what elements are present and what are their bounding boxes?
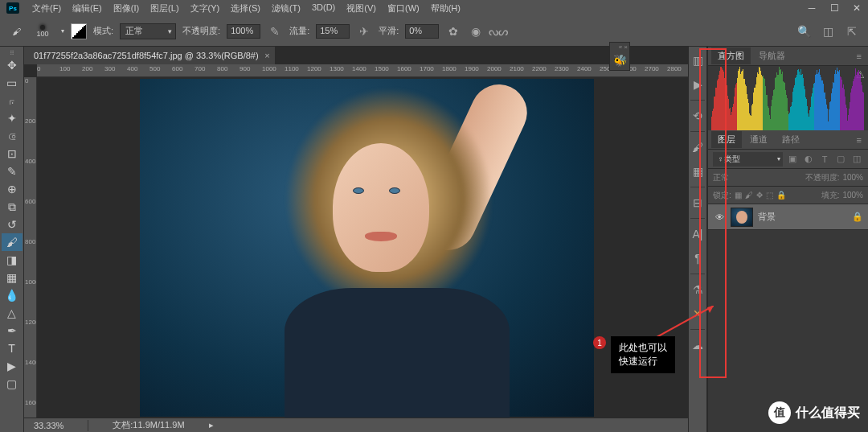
dodge-tool[interactable]: △ [2,304,23,322]
type-tool[interactable]: T [2,339,23,357]
panel-icon-paragraph[interactable]: ¶ [690,249,706,267]
lock-pos-icon[interactable]: ✥ [756,191,763,200]
status-chevron-icon[interactable]: ▸ [209,420,214,430]
layer-thumbnail[interactable] [731,208,753,227]
layer-blend-mode[interactable]: 正常 [713,172,729,183]
panel-icon-libraries[interactable]: ☁ [690,336,706,354]
filter-adjust-icon[interactable]: ◐ [802,153,815,166]
lasso-tool[interactable]: ⟔ [2,92,23,109]
doc-info[interactable]: 文档:11.9M/11.9M [113,419,184,431]
ruler-horizontal[interactable]: 0100200300400500600700800900100011001200… [37,64,688,77]
layer-row[interactable]: 👁 背景 🔒 [708,204,868,230]
path-select-tool[interactable]: ▶ [2,357,23,375]
healing-tool[interactable]: ⊕ [2,180,23,198]
panel-icon-brush[interactable]: 🖌 [690,138,706,156]
workspace-icon[interactable]: ◫ [820,23,836,39]
tab-layers[interactable]: 图层 [711,131,742,148]
canvas-viewport[interactable] [37,77,688,418]
filter-smart-icon[interactable]: ◫ [850,153,863,166]
search-icon[interactable]: 🔍 [796,23,812,39]
panel-menu-icon[interactable]: ≡ [854,51,865,61]
brush-preset-picker[interactable]: 100 [31,19,55,43]
layer-name[interactable]: 背景 [758,211,776,223]
toolbox-grip[interactable]: ⠿ [10,50,14,56]
document-tab[interactable]: 01f77255f2a3a86ac7251df8f54fc7.jpg @ 33.… [24,47,275,64]
menu-edit[interactable]: 编辑(E) [68,1,107,16]
symmetry-icon[interactable]: ᔓᔕ [490,23,506,39]
frame-tool[interactable]: ⊡ [2,145,23,163]
brush-panel-toggle[interactable]: ▾ [61,27,64,35]
blur-tool[interactable]: 💧 [2,286,23,304]
history-brush-tool[interactable]: ↺ [2,216,23,233]
smoothing-input[interactable]: 0% [405,24,439,39]
menu-3d[interactable]: 3D(D) [307,1,340,16]
menu-view[interactable]: 视图(V) [342,1,381,16]
zoom-level[interactable]: 33.33% [34,421,63,430]
airbrush-icon[interactable]: ✈ [356,23,372,39]
lock-paint-icon[interactable]: 🖌 [745,191,753,200]
mini-panel-collapse-icon[interactable]: « × [610,43,629,51]
share-icon[interactable]: ⇱ [844,23,860,39]
menu-image[interactable]: 图像(I) [108,1,144,16]
ruler-vertical[interactable]: 02004006008001000120014001600 [24,77,37,418]
tab-histogram[interactable]: 直方图 [711,47,751,64]
brush-tool[interactable]: 🖌 [2,233,23,251]
crop-tool[interactable]: ⟃ [2,127,23,145]
menu-select[interactable]: 选择(S) [226,1,265,16]
opacity-label: 不透明度: [182,25,220,37]
close-button[interactable]: ✕ [845,0,868,16]
panel-icon-adjust[interactable]: ⊟ [690,194,706,212]
pen-tool[interactable]: ✒ [2,322,23,339]
tab-channels[interactable]: 通道 [743,131,774,148]
lock-all-icon[interactable]: 🔒 [776,191,786,200]
tab-paths[interactable]: 路径 [776,131,806,148]
lock-artboard-icon[interactable]: ⬚ [766,191,773,200]
photo-canvas [140,79,594,417]
brush-settings-icon[interactable] [71,23,87,39]
floating-mini-panel[interactable]: « × 🐝 [609,42,630,71]
tab-close-icon[interactable]: × [264,51,269,60]
fill-value[interactable]: 100% [842,191,863,200]
flow-input[interactable]: 15% [316,24,350,39]
panel-icon-swatch[interactable]: ▦ [690,163,706,180]
quick-select-tool[interactable]: ✦ [2,109,23,127]
gradient-tool[interactable]: ▦ [2,269,23,286]
menu-type[interactable]: 文字(Y) [186,1,225,16]
layer-filter-dropdown[interactable]: ♀类型 [713,152,783,167]
menu-help[interactable]: 帮助(H) [426,1,465,16]
panel-icon-typekit[interactable]: A| [690,225,706,243]
shape-tool[interactable]: ▢ [2,375,23,393]
menu-filter[interactable]: 滤镜(T) [267,1,305,16]
mode-label: 模式: [93,25,113,37]
layer-opacity-value[interactable]: 100% [842,173,863,182]
panel-icon-history[interactable]: ⟲ [690,107,706,125]
panel-icon-presets[interactable]: ▥ [690,51,706,69]
opacity-input[interactable]: 100% [227,24,260,39]
panel-icon-plugin2[interactable]: ✕ [690,305,706,323]
eyedropper-tool[interactable]: ✎ [2,163,23,180]
clone-tool[interactable]: ⧉ [2,198,23,216]
filter-pixel-icon[interactable]: ▣ [786,153,799,166]
panel-icon-plugin1[interactable]: ⚗ [690,281,706,298]
tab-navigator[interactable]: 导航器 [752,47,792,64]
eraser-tool[interactable]: ◨ [2,251,23,269]
filter-type-icon[interactable]: T [818,153,831,166]
blend-mode-dropdown[interactable]: 正常 [120,23,176,39]
smoothing-options-icon[interactable]: ✿ [445,23,461,39]
marquee-tool[interactable]: ▭ [2,74,23,92]
tool-preset-picker[interactable]: 🖌 [8,23,24,39]
lock-trans-icon[interactable]: ▦ [735,191,742,200]
mini-panel-icon[interactable]: 🐝 [610,51,629,70]
maximize-button[interactable]: ☐ [823,0,845,16]
pressure-opacity-icon[interactable]: ✎ [267,23,283,39]
menu-file[interactable]: 文件(F) [27,1,66,16]
filter-shape-icon[interactable]: ▢ [834,153,847,166]
move-tool[interactable]: ✥ [2,56,23,74]
layer-visibility-icon[interactable]: 👁 [713,212,726,222]
menu-window[interactable]: 窗口(W) [383,1,424,16]
minimize-button[interactable]: ─ [800,0,823,16]
menu-layer[interactable]: 图层(L) [145,1,183,16]
pressure-size-icon[interactable]: ◉ [468,23,484,39]
panel-menu-icon[interactable]: ≡ [854,135,865,145]
panel-icon-play[interactable]: ▶ [690,76,706,93]
